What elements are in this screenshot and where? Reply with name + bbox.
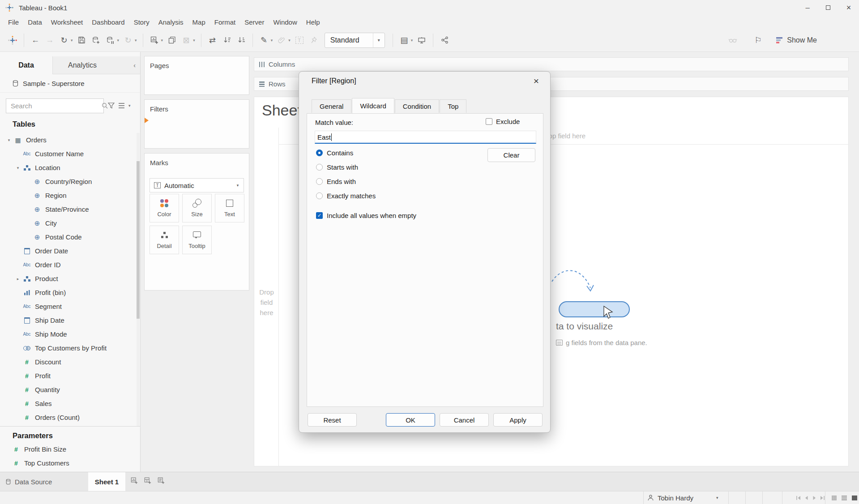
clear-sheet-caret-icon[interactable]: ▾ — [193, 38, 195, 43]
field-row[interactable]: Customer Name — [0, 147, 137, 161]
run-updates-caret-icon[interactable]: ▾ — [135, 38, 137, 43]
sort-descending-icon[interactable] — [235, 33, 247, 48]
dialog-tab[interactable]: General — [312, 99, 351, 113]
user-menu[interactable]: Tobin Hardy — [648, 491, 693, 504]
field-row[interactable]: Product — [0, 272, 137, 286]
clear-sheet-icon[interactable]: ⊠ — [180, 33, 192, 48]
field-row[interactable]: Quantity — [0, 383, 137, 397]
view-grid-icon[interactable] — [832, 495, 837, 500]
group-members-caret-icon[interactable]: ▾ — [288, 38, 291, 43]
field-row[interactable]: Location — [0, 161, 137, 175]
collapse-pane-icon[interactable]: ‹ — [133, 62, 140, 69]
mark-property-button[interactable]: Size — [182, 194, 212, 222]
tab-data[interactable]: Data — [0, 56, 52, 74]
menu-item[interactable]: Data — [23, 18, 47, 26]
menu-item[interactable]: Worksheet — [47, 18, 87, 26]
fit-selector[interactable]: Standard ▾ — [325, 33, 385, 48]
new-worksheet-tab-icon[interactable] — [131, 477, 138, 486]
pause-updates-caret-icon[interactable]: ▾ — [117, 38, 120, 43]
nav-next-icon[interactable] — [812, 495, 817, 500]
search-input[interactable] — [6, 102, 102, 110]
redo-icon[interactable]: → — [44, 33, 56, 48]
menu-item[interactable]: Story — [129, 18, 154, 26]
field-chevron-icon[interactable] — [14, 166, 21, 170]
mark-property-button[interactable]: Detail — [150, 226, 179, 254]
clear-button[interactable]: Clear — [487, 148, 535, 162]
add-data-icon[interactable] — [90, 33, 102, 48]
filters-card[interactable]: Filters — [144, 99, 249, 149]
duplicate-icon[interactable] — [166, 33, 178, 48]
mark-property-button[interactable]: Text — [215, 194, 244, 222]
show-mark-labels-icon[interactable]: T — [294, 33, 305, 48]
new-worksheet-caret-icon[interactable]: ▾ — [161, 38, 163, 43]
field-row[interactable]: Top Customers by Profit — [0, 341, 137, 355]
nav-first-icon[interactable] — [796, 495, 801, 500]
mark-property-button[interactable]: Color — [150, 194, 179, 222]
nav-previous-icon[interactable] — [804, 495, 809, 500]
field-row[interactable]: Profit (bin) — [0, 286, 137, 299]
view-options-caret-icon[interactable]: ▾ — [128, 103, 131, 108]
marks-card[interactable]: Marks T Automatic ▾ Color Size Te — [144, 153, 249, 290]
menu-item[interactable]: Format — [210, 18, 240, 26]
view-rows-icon[interactable] — [842, 495, 847, 500]
view-options-icon[interactable] — [119, 103, 124, 108]
mark-property-button[interactable]: Tooltip — [182, 226, 212, 254]
menu-item[interactable]: Window — [269, 18, 301, 26]
menu-item[interactable]: File — [4, 18, 23, 26]
replay-caret-icon[interactable]: ▾ — [71, 38, 73, 43]
new-worksheet-icon[interactable] — [149, 33, 160, 48]
match-value-input[interactable]: East — [315, 131, 536, 144]
match-option[interactable]: Ends with — [316, 178, 356, 185]
scrollbar-thumb[interactable] — [137, 161, 140, 319]
swap-rows-columns-icon[interactable]: ⇄ — [207, 33, 218, 48]
dialog-close-icon[interactable]: × — [530, 74, 543, 88]
presentation-mode-icon[interactable] — [416, 33, 427, 48]
parameter-row[interactable]: Profit Bin Size — [0, 442, 140, 456]
reset-button[interactable]: Reset — [308, 413, 357, 427]
highlight-caret-icon[interactable]: ▾ — [271, 38, 273, 43]
show-hide-cards-icon[interactable]: ▤ — [398, 33, 410, 48]
field-row[interactable]: State/Province — [0, 202, 137, 216]
run-updates-icon[interactable]: ↻ — [122, 33, 134, 48]
field-row[interactable]: Ship Mode — [0, 327, 137, 341]
dialog-tab[interactable]: Condition — [395, 99, 439, 113]
tableau-logo-button[interactable] — [7, 33, 18, 48]
data-pane-scrollbar[interactable] — [137, 133, 140, 426]
field-row[interactable]: Orders (Count) — [0, 410, 137, 424]
mark-type-caret-icon[interactable]: ▾ — [232, 179, 244, 192]
dialog-tab[interactable]: Top — [440, 99, 466, 113]
dialog-tab[interactable]: Wildcard — [352, 98, 394, 113]
view-full-icon[interactable] — [852, 495, 857, 500]
field-row[interactable]: Orders — [0, 133, 137, 147]
checkbox-checked-icon[interactable]: ✓ — [316, 212, 323, 219]
fix-axes-icon[interactable] — [308, 33, 320, 48]
filter-fields-icon[interactable] — [108, 103, 115, 109]
match-option[interactable]: Exactly matches — [316, 192, 376, 200]
share-icon[interactable] — [439, 33, 450, 48]
parameter-row[interactable]: Top Customers — [0, 456, 140, 470]
apply-button[interactable]: Apply — [493, 413, 543, 427]
field-row[interactable]: Order ID — [0, 258, 137, 272]
show-me-button[interactable]: Show Me — [776, 36, 817, 44]
match-option[interactable]: Starts with — [316, 163, 358, 171]
radio-icon[interactable] — [316, 178, 323, 185]
menu-item[interactable]: Analysis — [154, 18, 188, 26]
ok-button[interactable]: OK — [386, 413, 435, 427]
fit-selector-caret-icon[interactable]: ▾ — [373, 33, 385, 47]
radio-icon[interactable] — [316, 192, 323, 199]
spectacles-icon[interactable] — [727, 33, 739, 48]
field-row[interactable]: City — [0, 216, 137, 230]
new-dashboard-icon[interactable] — [144, 477, 151, 486]
radio-icon[interactable] — [316, 164, 323, 171]
cancel-button[interactable]: Cancel — [440, 413, 489, 427]
menu-item[interactable]: Map — [188, 18, 210, 26]
save-icon[interactable] — [76, 33, 88, 48]
new-story-icon[interactable] — [158, 477, 165, 486]
radio-icon[interactable] — [316, 149, 323, 156]
user-menu-caret-icon[interactable]: ▾ — [716, 491, 718, 504]
pages-card[interactable]: Pages — [144, 56, 249, 95]
menu-item[interactable]: Server — [240, 18, 269, 26]
search-box[interactable] — [6, 98, 104, 113]
rows-drop-zone[interactable]: Drop field here — [254, 128, 279, 466]
data-source-connection[interactable]: Sample - Superstore — [0, 75, 140, 93]
